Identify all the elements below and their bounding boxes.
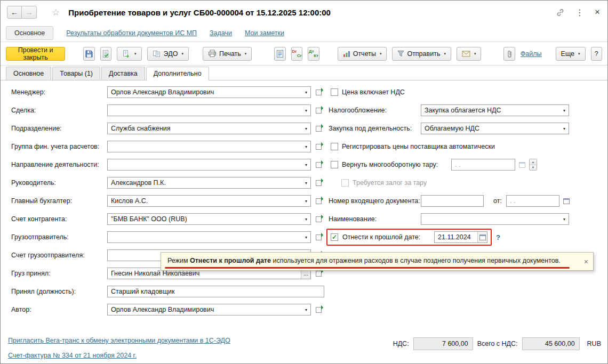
- print-button[interactable]: Печать ▾: [203, 47, 252, 61]
- open-button[interactable]: [313, 214, 324, 224]
- invoice-link[interactable]: Счет-фактура № 334 от 21 ноября 2024 г.: [8, 352, 137, 359]
- open-form-icon: [316, 108, 322, 114]
- dropdown-caret-icon[interactable]: ▾: [302, 126, 310, 131]
- author-field[interactable]: Орлов Александр Владимирович ▾: [107, 304, 311, 316]
- open-button[interactable]: [313, 177, 324, 188]
- open-form-icon: [316, 234, 322, 240]
- past-date-checkbox[interactable]: [331, 233, 338, 241]
- forward-button[interactable]: →: [22, 6, 37, 19]
- dt-kt-entries-button[interactable]: ДтКт: [308, 47, 319, 61]
- head-field[interactable]: Александров П.К. ▾: [107, 177, 311, 189]
- calendar-button[interactable]: [561, 196, 572, 206]
- post-and-close-button[interactable]: Провести и закрыть: [6, 47, 65, 61]
- related-documents-button[interactable]: [274, 47, 285, 61]
- open-button[interactable]: [313, 87, 324, 98]
- dropdown-caret-icon[interactable]: ▾: [560, 217, 569, 222]
- save-button[interactable]: [83, 47, 94, 61]
- deal-field[interactable]: ▾: [107, 104, 311, 116]
- funnel-icon: [397, 50, 404, 57]
- create-based-on-button[interactable]: ▾: [117, 47, 142, 61]
- open-button[interactable]: [313, 196, 324, 206]
- help-button[interactable]: ?: [591, 47, 602, 61]
- counterparty-account-value: "БМВ БАНК" ООО (RUB): [108, 215, 302, 223]
- edo-button[interactable]: ЭДО ▾: [147, 47, 189, 61]
- mail-button[interactable]: ▾: [457, 47, 482, 61]
- dropdown-caret-icon[interactable]: ▾: [302, 181, 310, 185]
- nav-link-tasks[interactable]: Задачи: [210, 29, 232, 37]
- received-position-field[interactable]: Старший кладовщик: [107, 286, 324, 297]
- post-document-button[interactable]: [100, 47, 111, 61]
- vat-total-field: 7 600,00: [413, 337, 473, 350]
- past-date-label: Отнести к прошлой дате:: [342, 233, 434, 241]
- send-button[interactable]: Отправить ▾: [392, 47, 451, 61]
- dropdown-caret-icon[interactable]: ▾: [302, 163, 310, 167]
- calendar-button[interactable]: [517, 159, 527, 170]
- spinner-up-icon[interactable]: ▲: [530, 159, 537, 165]
- fin-accounting-group-field[interactable]: ▾: [107, 141, 311, 152]
- open-form-icon: [316, 90, 322, 95]
- return-tare-checkbox[interactable]: [331, 161, 338, 168]
- counterparty-account-field[interactable]: "БМВ БАНК" ООО (RUB) ▾: [107, 213, 311, 225]
- calendar-button[interactable]: [477, 232, 487, 242]
- purchase-activity-select[interactable]: Облагаемую НДС ▾: [421, 123, 569, 134]
- incoming-doc-date-field[interactable]: . .: [506, 195, 559, 207]
- department-value: Служба снабжения: [108, 125, 302, 132]
- tooltip-close-button[interactable]: ×: [584, 257, 588, 266]
- form-area: Менеджер: Орлов Александр Владимирович ▾…: [1, 80, 607, 334]
- chief-accountant-field[interactable]: Кислов А.С. ▾: [107, 195, 311, 207]
- attachments-button[interactable]: [503, 47, 515, 61]
- dropdown-caret-icon[interactable]: ▾: [302, 90, 310, 95]
- past-date-value: 21.11.2024: [435, 233, 477, 241]
- price-includes-vat-checkbox[interactable]: [331, 88, 338, 96]
- more-button[interactable]: Еще ▾: [556, 47, 586, 61]
- dropdown-caret-icon[interactable]: ▾: [302, 144, 310, 149]
- dropdown-caret-icon[interactable]: ▾: [302, 108, 310, 113]
- dr-cr-entries-button[interactable]: DrCr: [291, 47, 302, 61]
- incoming-doc-number-field[interactable]: [421, 195, 484, 207]
- nav-main-tab[interactable]: Основное: [6, 26, 53, 40]
- activity-direction-field[interactable]: ▾: [107, 159, 311, 171]
- back-button[interactable]: ←: [7, 6, 22, 19]
- dropdown-caret-icon[interactable]: ▾: [302, 217, 310, 222]
- tab-dopolnitelno[interactable]: Дополнительно: [146, 67, 209, 80]
- open-button[interactable]: [313, 105, 324, 116]
- open-button[interactable]: [313, 304, 324, 315]
- tab-dostavka[interactable]: Доставка: [101, 67, 145, 80]
- tare-deposit-checkbox: [341, 179, 349, 187]
- dropdown-caret-icon[interactable]: ▾: [560, 126, 569, 131]
- manager-field[interactable]: Орлов Александр Владимирович ▾: [107, 86, 311, 98]
- register-prices-checkbox[interactable]: [331, 143, 338, 150]
- invite-edo-link[interactable]: Пригласить Вега-транс к обмену электронн…: [8, 337, 230, 344]
- tab-osnovnoe[interactable]: Основное: [6, 67, 51, 80]
- purchase-activity-label: Закупка под деятельность:: [329, 125, 421, 132]
- dropdown-caret-icon[interactable]: ▾: [302, 308, 310, 312]
- past-date-help-link[interactable]: ?: [496, 233, 500, 241]
- tare-date-field[interactable]: . .: [451, 159, 515, 171]
- spinner-down-icon[interactable]: ▼: [530, 165, 537, 171]
- dropdown-caret-icon[interactable]: ▾: [560, 108, 569, 113]
- nav-link-my-notes[interactable]: Мои заметки: [245, 29, 284, 37]
- favorite-star-icon[interactable]: ☆: [52, 7, 60, 18]
- kebab-menu-button[interactable]: ⋮: [575, 7, 584, 18]
- name-select[interactable]: ▾: [421, 213, 569, 225]
- open-button[interactable]: [313, 159, 324, 170]
- dropdown-caret-icon[interactable]: ▾: [302, 235, 310, 240]
- taxation-select[interactable]: Закупка облагается НДС ▾: [421, 104, 569, 116]
- consignor-field[interactable]: ▾: [107, 231, 311, 243]
- open-form-icon: [316, 144, 322, 150]
- close-window-button[interactable]: ×: [595, 7, 600, 18]
- tab-tovary[interactable]: Товары (1): [52, 67, 100, 80]
- currency-label: RUB: [587, 340, 601, 347]
- open-button[interactable]: [313, 232, 324, 242]
- past-date-field[interactable]: 21.11.2024: [434, 231, 487, 243]
- date-spinner[interactable]: ▲ ▼: [529, 159, 537, 171]
- dropdown-caret-icon[interactable]: ▾: [302, 199, 310, 204]
- files-link[interactable]: Файлы: [521, 50, 542, 58]
- incoming-doc-date-value: . .: [507, 197, 559, 205]
- get-link-button[interactable]: [556, 8, 565, 17]
- open-button[interactable]: [313, 123, 324, 134]
- nav-link-ismp-results[interactable]: Результаты обработки документов ИС МП: [66, 29, 197, 37]
- open-button[interactable]: [313, 141, 324, 152]
- reports-button[interactable]: Отчеты ▾: [338, 47, 387, 61]
- department-field[interactable]: Служба снабжения ▾: [107, 123, 311, 134]
